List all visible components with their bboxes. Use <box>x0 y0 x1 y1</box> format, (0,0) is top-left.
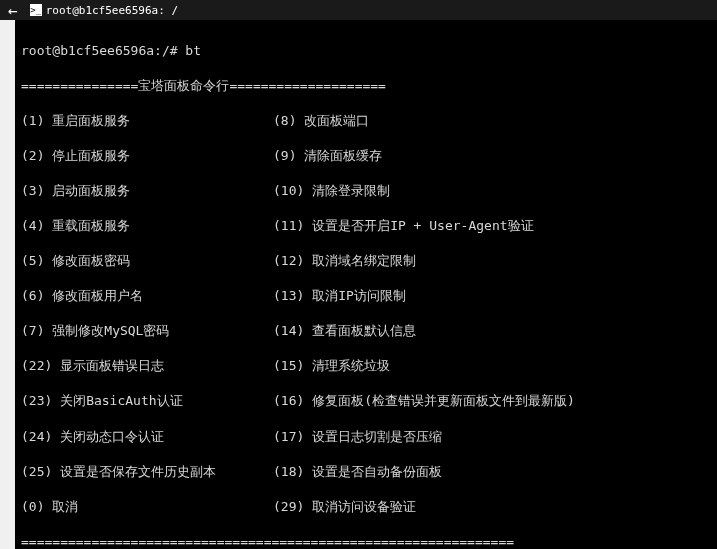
menu-row: (7) 强制修改MySQL密码(14) 查看面板默认信息 <box>21 322 711 340</box>
window-title-bar: ← >_ root@b1cf5ee6596a: / <box>0 0 717 20</box>
menu-item: (23) 关闭BasicAuth认证 <box>21 392 273 410</box>
menu-row: (24) 关闭动态口令认证(17) 设置日志切割是否压缩 <box>21 428 711 446</box>
menu-item: (1) 重启面板服务 <box>21 112 273 130</box>
menu-row: (0) 取消(29) 取消访问设备验证 <box>21 498 711 516</box>
menu-item: (16) 修复面板(检查错误并更新面板文件到最新版) <box>273 392 711 410</box>
terminal-output[interactable]: root@b1cf5ee6596a:/# bt ===============宝… <box>15 20 717 549</box>
menu-item: (6) 修改面板用户名 <box>21 287 273 305</box>
menu-row: (22) 显示面板错误日志(15) 清理系统垃圾 <box>21 357 711 375</box>
back-arrow-icon[interactable]: ← <box>8 1 18 20</box>
menu-item: (25) 设置是否保存文件历史副本 <box>21 463 273 481</box>
menu-row: (25) 设置是否保存文件历史副本(18) 设置是否自动备份面板 <box>21 463 711 481</box>
menu-item: (0) 取消 <box>21 498 273 516</box>
menu-row: (3) 启动面板服务(10) 清除登录限制 <box>21 182 711 200</box>
menu-item: (10) 清除登录限制 <box>273 182 711 200</box>
menu-item: (12) 取消域名绑定限制 <box>273 252 711 270</box>
menu-item: (14) 查看面板默认信息 <box>273 322 711 340</box>
menu-row: (23) 关闭BasicAuth认证(16) 修复面板(检查错误并更新面板文件到… <box>21 392 711 410</box>
menu-item: (2) 停止面板服务 <box>21 147 273 165</box>
menu-row: (4) 重载面板服务(11) 设置是否开启IP + User-Agent验证 <box>21 217 711 235</box>
menu-item: (22) 显示面板错误日志 <box>21 357 273 375</box>
menu-row: (5) 修改面板密码(12) 取消域名绑定限制 <box>21 252 711 270</box>
menu-item: (24) 关闭动态口令认证 <box>21 428 273 446</box>
window-title: root@b1cf5ee6596a: / <box>46 4 178 17</box>
menu-item: (17) 设置日志切割是否压缩 <box>273 428 711 446</box>
menu-row: (2) 停止面板服务(9) 清除面板缓存 <box>21 147 711 165</box>
menu-item: (13) 取消IP访问限制 <box>273 287 711 305</box>
divider: ========================================… <box>21 533 711 549</box>
menu-item: (3) 启动面板服务 <box>21 182 273 200</box>
menu-item: (11) 设置是否开启IP + User-Agent验证 <box>273 217 711 235</box>
terminal-icon: >_ <box>30 4 42 16</box>
menu-row: (6) 修改面板用户名(13) 取消IP访问限制 <box>21 287 711 305</box>
header-line: ===============宝塔面板命令行==================… <box>21 77 711 95</box>
menu-item: (4) 重载面板服务 <box>21 217 273 235</box>
menu-item: (9) 清除面板缓存 <box>273 147 711 165</box>
menu-item: (5) 修改面板密码 <box>21 252 273 270</box>
menu-row: (1) 重启面板服务(8) 改面板端口 <box>21 112 711 130</box>
menu-item: (7) 强制修改MySQL密码 <box>21 322 273 340</box>
prompt-line: root@b1cf5ee6596a:/# bt <box>21 42 711 60</box>
menu-item: (15) 清理系统垃圾 <box>273 357 711 375</box>
menu-item: (8) 改面板端口 <box>273 112 711 130</box>
menu-item: (18) 设置是否自动备份面板 <box>273 463 711 481</box>
menu-item: (29) 取消访问设备验证 <box>273 498 711 516</box>
